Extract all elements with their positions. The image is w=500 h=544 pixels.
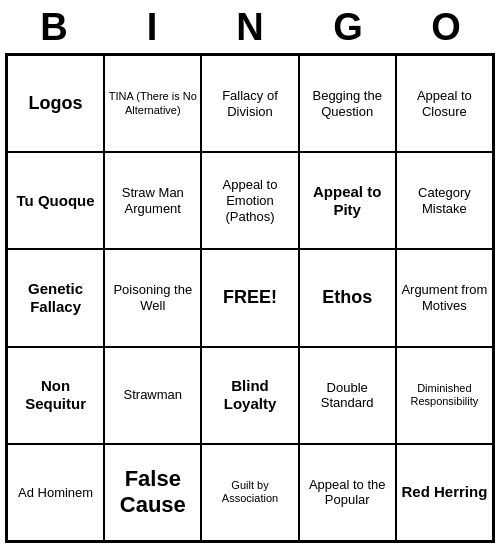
bingo-grid: Logos TINA (There is No Alternative) Fal… xyxy=(5,53,495,543)
cell-6: Straw Man Argument xyxy=(104,152,201,249)
cell-4: Appeal to Closure xyxy=(396,55,493,152)
letter-g: G xyxy=(303,6,393,49)
cell-1: TINA (There is No Alternative) xyxy=(104,55,201,152)
cell-12-free: FREE! xyxy=(201,249,298,346)
cell-7: Appeal to Emotion (Pathos) xyxy=(201,152,298,249)
cell-2: Fallacy of Division xyxy=(201,55,298,152)
cell-11: Poisoning the Well xyxy=(104,249,201,346)
cell-19: Diminished Responsibility xyxy=(396,347,493,444)
letter-n: N xyxy=(205,6,295,49)
bingo-title: B I N G O xyxy=(5,6,495,49)
cell-0: Logos xyxy=(7,55,104,152)
cell-9: Category Mistake xyxy=(396,152,493,249)
cell-15: Non Sequitur xyxy=(7,347,104,444)
letter-o: O xyxy=(401,6,491,49)
cell-8: Appeal to Pity xyxy=(299,152,396,249)
cell-20: Ad Hominem xyxy=(7,444,104,541)
cell-16: Strawman xyxy=(104,347,201,444)
cell-18: Double Standard xyxy=(299,347,396,444)
letter-i: I xyxy=(107,6,197,49)
cell-10: Genetic Fallacy xyxy=(7,249,104,346)
cell-17: Blind Loyalty xyxy=(201,347,298,444)
cell-21: False Cause xyxy=(104,444,201,541)
cell-23: Appeal to the Popular xyxy=(299,444,396,541)
cell-22: Guilt by Association xyxy=(201,444,298,541)
letter-b: B xyxy=(9,6,99,49)
cell-14: Argument from Motives xyxy=(396,249,493,346)
cell-24: Red Herring xyxy=(396,444,493,541)
cell-5: Tu Quoque xyxy=(7,152,104,249)
cell-13: Ethos xyxy=(299,249,396,346)
cell-3: Begging the Question xyxy=(299,55,396,152)
